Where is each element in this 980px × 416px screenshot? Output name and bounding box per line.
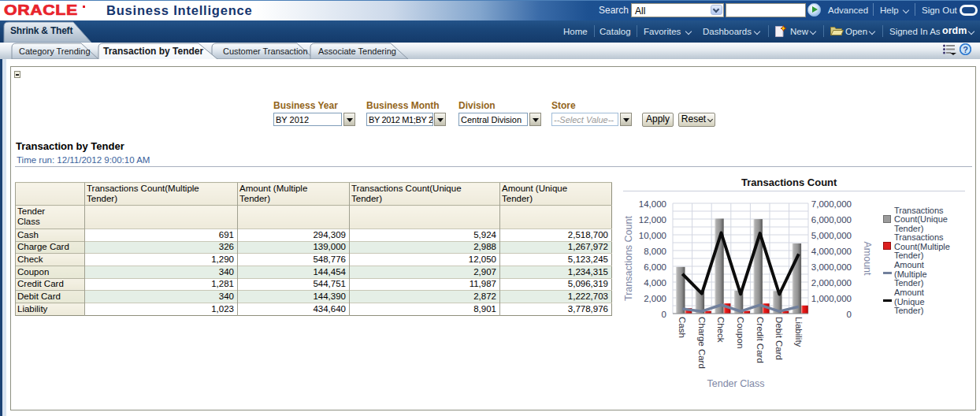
svg-text:?: ? (963, 45, 968, 54)
